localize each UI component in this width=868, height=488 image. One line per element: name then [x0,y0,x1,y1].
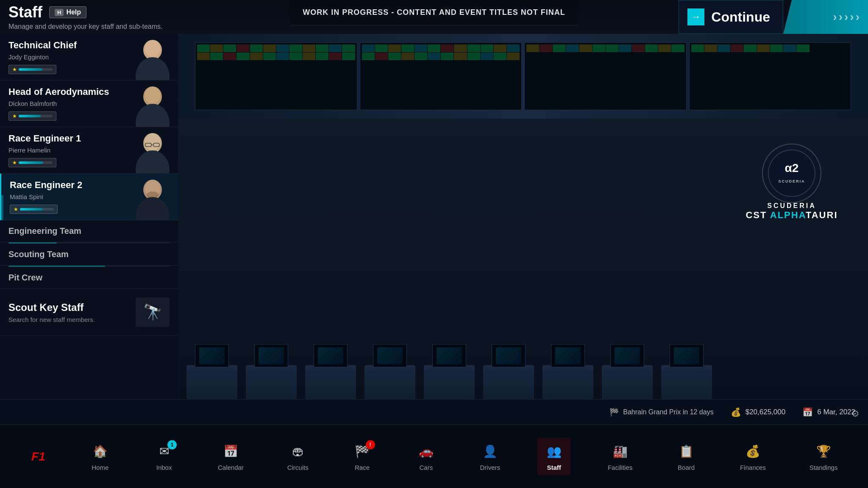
svg-point-7 [136,104,170,127]
data-screen-2 [360,42,522,110]
calendar-nav-icon: 📅 [221,442,240,460]
nav-label-staff: Staff [547,464,561,471]
money-icon: 💰 [731,407,741,417]
wip-text: WORK IN PROGRESS - CONTENT AND EVENT TIT… [303,8,565,17]
top-bar: Staff H Help Manage and develop your key… [0,0,868,34]
bottom-navigation: F1 🏠 Home ✉ Inbox 1 📅 Calendar 🏟 Circuit… [0,424,868,488]
staff-nav-icon: 👥 [545,442,563,460]
nav-finances[interactable]: 💰 Finances [733,438,773,475]
staff-card-race-eng-2[interactable]: Race Engineer 2 Mattia Spini ★ [0,174,178,220]
svg-point-18 [147,191,159,198]
help-button[interactable]: H Help [49,6,86,18]
sidebar-item-pit-crew[interactable]: Pit Crew [0,267,178,289]
nav-label-finances: Finances [740,464,766,471]
nav-label-facilities: Facilities [608,464,632,471]
staff-photo-technical-chief [127,34,178,80]
finances-icon: 💰 [743,442,762,460]
drivers-icon: 👤 [481,442,499,460]
nav-home[interactable]: 🏠 Home [83,438,117,475]
scout-info: Scout Key Staff Search for new staff mem… [8,302,127,323]
binoculars-icon: 🔭 [143,303,162,321]
nav-label-standings: Standings [810,464,838,471]
staff-card-race-eng-1[interactable]: Race Engineer 1 Pierre Hamelin ★ [0,127,178,174]
page-title: Staff [8,3,42,21]
staff-rating-technical-chief: ★ [8,65,119,74]
grand-prix-text: Bahrain Grand Prix in 12 days [623,408,713,416]
data-screen-4 [689,42,851,110]
staff-info-aero: Head of Aerodynamics Dickon Balmforth ★ [0,80,127,127]
staff-card-aero[interactable]: Head of Aerodynamics Dickon Balmforth ★ [0,80,178,127]
f1-logo-text: F1 [31,450,45,463]
calendar-icon: 📅 [802,407,813,417]
inbox-badge: 1 [167,440,177,449]
nav-cars[interactable]: 🚗 Cars [409,438,443,475]
alphatauri-logo: α2 SCUDERIA SCUDERIA CST ALPHATAURI [732,140,851,225]
staff-photo-race-eng-2 [127,174,178,220]
staff-rating-race-eng-2: ★ [10,205,119,214]
nav-staff[interactable]: 👥 Staff [537,438,571,475]
wip-banner: WORK IN PROGRESS - CONTENT AND EVENT TIT… [290,0,578,25]
staff-role-technical-chief: Technical Chief [8,40,119,51]
nav-standings[interactable]: 🏆 Standings [803,438,845,475]
star-icon: ★ [12,160,17,166]
svg-point-8 [145,87,160,104]
board-icon: 📋 [677,442,696,460]
page-subtitle: Manage and develop your key staff and su… [8,23,162,30]
cars-icon: 🚗 [417,442,435,460]
money-status: 💰 $20,625,000 [731,407,786,417]
svg-point-5 [145,40,160,57]
continue-button[interactable]: → Continue › › › › › [679,0,868,34]
nav-label-race: Race [355,464,370,471]
svg-text:α2: α2 [785,161,799,175]
staff-rating-race-eng-1: ★ [8,158,119,167]
flag-icon: 🏁 [609,408,619,417]
nav-facilities[interactable]: 🏭 Facilities [601,438,639,475]
continue-arrow-icon: → [687,8,704,25]
money-value: $20,625,000 [746,408,786,416]
data-screen-1 [195,42,357,110]
nav-label-inbox: Inbox [156,464,172,471]
scout-title: Scout Key Staff [8,302,127,313]
nav-board[interactable]: 📋 Board [669,438,703,475]
page-title-row: Staff H Help [8,3,162,21]
svg-point-4 [136,57,170,80]
staff-role-race-eng-2: Race Engineer 2 [10,180,119,191]
svg-point-10 [136,150,170,174]
binoculars-icon-wrap: 🔭 [136,297,170,327]
screen-panels [178,34,868,119]
data-screen-3 [524,42,687,110]
engineering-team-label: Engineering Team [8,226,81,236]
svg-text:SCUDERIA: SCUDERIA [778,179,805,183]
staff-card-technical-chief[interactable]: Technical Chief Jody Egginton ★ [0,34,178,80]
staff-photo-race-eng-1 [127,127,178,174]
sidebar-item-scouting-team[interactable]: Scouting Team [0,244,178,266]
facilities-icon: 🏭 [611,442,629,460]
nav-label-circuits: Circuits [287,464,309,471]
home-icon: 🏠 [91,442,109,460]
star-icon: ★ [14,206,18,212]
staff-info-technical-chief: Technical Chief Jody Egginton ★ [0,34,127,80]
standings-icon: 🏆 [814,442,833,460]
staff-title-section: Staff H Help Manage and develop your key… [8,3,162,30]
staff-info-race-eng-2: Race Engineer 2 Mattia Spini ★ [1,174,127,220]
circuits-icon: 🏟 [289,442,307,460]
staff-role-aero: Head of Aerodynamics [8,86,119,97]
sidebar-item-engineering-team[interactable]: Engineering Team [0,220,178,242]
nav-inbox[interactable]: ✉ Inbox 1 [147,438,181,475]
nav-drivers[interactable]: 👤 Drivers [473,438,507,475]
settings-button[interactable]: ⚙ [847,405,864,422]
help-label: Help [66,8,81,16]
staff-photo-aero [127,80,178,127]
nav-calendar[interactable]: 📅 Calendar [211,438,250,475]
help-key: H [55,9,64,16]
nav-race[interactable]: 🏁 Race ! [345,438,379,475]
nav-label-calendar: Calendar [218,464,244,471]
star-icon: ★ [12,67,17,72]
staff-name-race-eng-1: Pierre Hamelin [8,147,119,154]
scout-key-staff-card[interactable]: Scout Key Staff Search for new staff mem… [0,289,178,336]
nav-circuits[interactable]: 🏟 Circuits [281,438,315,475]
nav-label-cars: Cars [420,464,433,471]
staff-name-aero: Dickon Balmforth [8,100,119,107]
staff-name-technical-chief: Jody Egginton [8,53,119,61]
sidebar: Technical Chief Jody Egginton ★ Head of … [0,34,178,424]
